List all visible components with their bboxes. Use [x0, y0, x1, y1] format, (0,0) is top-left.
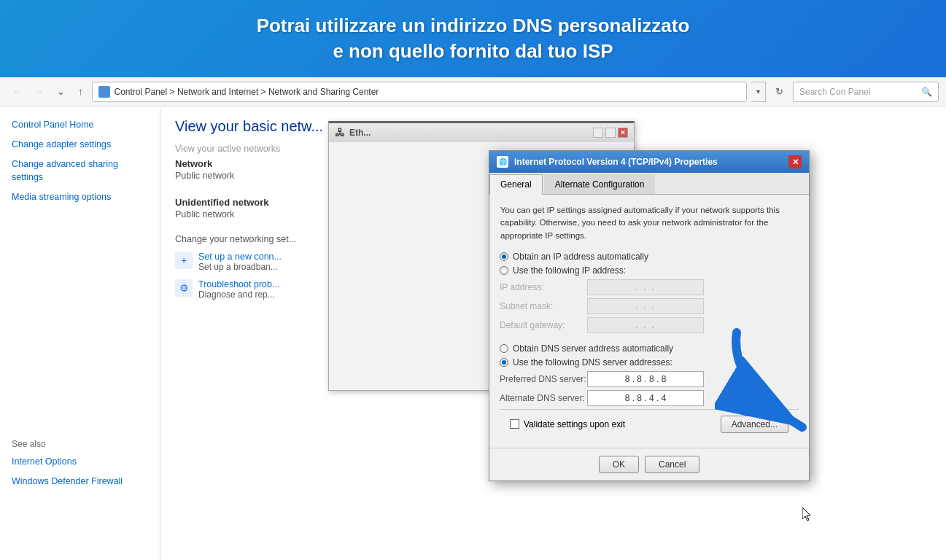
ok-button[interactable]: OK [599, 456, 639, 473]
main-layout: Control Panel Home Change adapter settin… [0, 106, 946, 560]
recent-button[interactable]: ⌄ [53, 83, 69, 100]
sidebar-item-media-streaming[interactable]: Media streaming options [0, 187, 160, 207]
action2-link[interactable]: Troubleshoot prob... [198, 279, 279, 289]
change-networking: Change your networking set... + Set up a… [175, 234, 931, 300]
preferred-dns-label: Preferred DNS server: [500, 374, 587, 384]
sidebar-item-internet-options[interactable]: Internet Options [0, 452, 160, 472]
breadcrumb-text: Control Panel > Network and Internet > N… [115, 87, 379, 97]
see-also-label: See also [0, 436, 160, 452]
action-item-1: + Set up a new conn... Set up a broadban… [175, 252, 931, 272]
preferred-dns-value: 8 . 8 . 8 . 8 [625, 374, 667, 384]
advanced-button[interactable]: Advanced... [721, 416, 788, 433]
mouse-cursor [802, 508, 813, 522]
alternate-dns-value: 8 . 8 . 4 . 4 [625, 393, 667, 403]
subnet-row: Subnet mask: . . . [500, 298, 799, 314]
radio-manual-dns-label: Use the following DNS server addresses: [513, 357, 672, 368]
subnet-input[interactable]: . . . [587, 298, 704, 314]
preferred-dns-input[interactable]: 8 . 8 . 8 . 8 [587, 371, 704, 387]
gateway-label: Default gateway: [500, 320, 587, 330]
radio-auto-dns-label: Obtain DNS server address automatically [513, 343, 673, 354]
dialog-body: You can get IP settings assigned automat… [489, 195, 809, 448]
banner-text: Potrai utilizzare un indirizzo DNS perso… [44, 13, 902, 64]
network2-type: Public network [175, 209, 931, 219]
sidebar-item-adapter-settings[interactable]: Change adapter settings [0, 135, 160, 155]
gateway-input[interactable]: . . . [587, 317, 704, 333]
forward-button[interactable]: → [30, 83, 48, 100]
blue-arrow [715, 325, 846, 442]
search-box[interactable]: Search Con Panel 🔍 [793, 82, 939, 102]
network-section: View your active networks Network Public… [175, 144, 931, 219]
network1-name: Network [175, 158, 931, 169]
alternate-dns-label: Alternate DNS server: [500, 393, 587, 403]
action1-sub: Set up a broadban... [198, 262, 282, 272]
content-area: View your basic netw... View your active… [160, 106, 946, 560]
alternate-dns-input[interactable]: 8 . 8 . 4 . 4 [587, 390, 704, 406]
validate-checkbox[interactable] [510, 419, 519, 429]
ok-cancel-row: OK Cancel [489, 448, 809, 481]
change-networking-title: Change your networking set... [175, 234, 931, 244]
action1-icon: + [175, 252, 193, 269]
gateway-row: Default gateway: . . . [500, 317, 799, 333]
cancel-button[interactable]: Cancel [645, 456, 699, 473]
action2-icon: ⚙ [175, 279, 193, 297]
action1-link[interactable]: Set up a new conn... [198, 252, 282, 262]
active-networks-label: View your active networks [175, 144, 931, 154]
radio-auto-dns[interactable] [500, 344, 508, 353]
action-item-2: ⚙ Troubleshoot prob... Diagnose and rep.… [175, 279, 931, 300]
refresh-button[interactable]: ↻ [770, 83, 788, 100]
top-banner: Potrai utilizzare un indirizzo DNS perso… [0, 0, 946, 77]
search-icon: 🔍 [921, 87, 932, 97]
address-dropdown[interactable]: ▾ [751, 82, 766, 102]
validate-label: Validate settings upon exit [524, 419, 625, 429]
up-button[interactable]: ↑ [74, 83, 88, 100]
back-button[interactable]: ← [7, 83, 26, 100]
action2-sub: Diagnose and rep... [198, 289, 279, 300]
sidebar-item-control-panel-home[interactable]: Control Panel Home [0, 115, 160, 135]
radio-manual-dns-row: Use the following DNS server addresses: [500, 357, 799, 368]
network1-type: Public network [175, 171, 931, 181]
sidebar-item-advanced-sharing[interactable]: Change advanced sharing settings [0, 155, 160, 188]
sidebar-item-firewall[interactable]: Windows Defender Firewall [0, 472, 160, 491]
subnet-label: Subnet mask: [500, 301, 587, 311]
content-title: View your basic netw... [175, 118, 931, 135]
radio-manual-dns[interactable] [500, 358, 508, 367]
alternate-dns-row: Alternate DNS server: 8 . 8 . 4 . 4 [500, 390, 799, 406]
network2-name: Unidentified network [175, 197, 931, 208]
sidebar: Control Panel Home Change adapter settin… [0, 106, 160, 560]
radio-auto-dns-row: Obtain DNS server address automatically [500, 343, 799, 354]
dialog-footer: Validate settings upon exit Advanced... [500, 409, 799, 439]
validate-row: Validate settings upon exit [510, 419, 625, 429]
address-bar: Control Panel > Network and Internet > N… [92, 82, 748, 102]
search-placeholder: Search Con Panel [799, 87, 870, 97]
explorer-bar: ← → ⌄ ↑ Control Panel > Network and Inte… [0, 77, 946, 106]
cp-icon [98, 86, 110, 98]
preferred-dns-row: Preferred DNS server: 8 . 8 . 8 . 8 [500, 371, 799, 387]
